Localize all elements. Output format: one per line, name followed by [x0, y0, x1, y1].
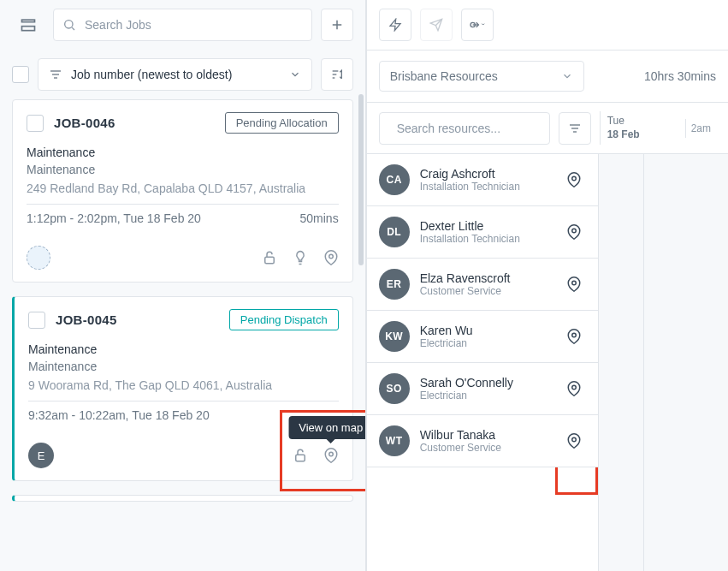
resource-name: Dexter Little: [420, 219, 562, 233]
svg-rect-14: [295, 455, 305, 461]
map-pin-icon: [566, 172, 582, 187]
resource-sort-button[interactable]: [559, 112, 591, 145]
panel-icon: [20, 16, 37, 33]
sort-direction-button[interactable]: [321, 58, 353, 91]
svg-rect-12: [264, 257, 274, 264]
search-resources-input[interactable]: [395, 121, 548, 136]
panel-toggle-button[interactable]: [12, 9, 44, 41]
svg-rect-1: [22, 27, 35, 31]
resource-row[interactable]: ER Elza Ravenscroft Customer Service: [367, 259, 598, 311]
resource-name: Wilbur Tanaka: [420, 428, 562, 442]
svg-point-26: [571, 176, 576, 181]
job-id: JOB-0046: [54, 116, 115, 130]
send-button[interactable]: [420, 9, 453, 41]
resource-row[interactable]: KW Karen Wu Electrician: [367, 311, 598, 363]
map-button[interactable]: [323, 250, 339, 265]
job-status-badge: Pending Allocation: [225, 112, 339, 134]
timeline-date: Tue 18 Feb: [600, 111, 677, 145]
sort-label: Job number (newest to oldest): [71, 68, 232, 81]
locate-resource-button[interactable]: [562, 272, 586, 296]
avatar: ER: [379, 269, 410, 300]
job-category: Maintenance: [27, 146, 339, 159]
lock-button[interactable]: [262, 250, 277, 265]
resource-role: Installation Technician: [420, 233, 562, 245]
quick-action-button[interactable]: [379, 9, 411, 41]
search-icon: [62, 18, 76, 32]
unlock-icon: [262, 250, 277, 265]
locate-resource-button[interactable]: [562, 220, 586, 244]
job-subtype: Maintenance: [28, 360, 339, 373]
timeline-date-text: 18 Feb: [607, 128, 670, 142]
lightbulb-icon: [293, 250, 308, 265]
sort-dropdown[interactable]: Job number (newest to oldest): [38, 58, 312, 91]
resource-role: Customer Service: [420, 285, 562, 297]
svg-line-3: [72, 27, 74, 30]
resource-name: Sarah O'Connelly: [420, 376, 562, 390]
resource-role: Electrician: [420, 390, 562, 401]
resource-row[interactable]: CA Craig Ashcroft Installation Technicia…: [367, 154, 598, 206]
resource-row[interactable]: SO Sarah O'Connelly Electrician: [367, 363, 598, 415]
locate-resource-button[interactable]: [562, 324, 586, 348]
resource-role: Electrician: [420, 337, 562, 349]
chevron-down-icon: [289, 68, 301, 80]
locate-resource-button[interactable]: [562, 168, 586, 192]
select-all-checkbox[interactable]: [12, 66, 29, 83]
map-pin-icon: [566, 433, 582, 449]
svg-point-28: [571, 281, 576, 285]
resource-name: Craig Ashcroft: [420, 167, 562, 181]
sort-desc-icon: [330, 68, 344, 81]
svg-marker-16: [390, 19, 400, 30]
resource-name: Karen Wu: [420, 324, 562, 337]
resource-row[interactable]: DL Dexter Little Installation Technician: [367, 206, 598, 259]
job-card-partial[interactable]: [12, 495, 353, 502]
sort-icon: [49, 68, 62, 81]
sort-icon: [568, 122, 582, 135]
resource-row[interactable]: WT Wilbur Tanaka Customer Service: [367, 415, 598, 467]
avatar: SO: [379, 373, 410, 404]
plus-icon: [329, 17, 345, 33]
job-category: Maintenance: [28, 342, 339, 356]
assigned-avatar[interactable]: E: [28, 443, 54, 468]
map-pin-icon: [323, 448, 339, 463]
job-list: JOB-0046 Pending Allocation Maintenance …: [0, 99, 365, 571]
job-time: 1:12pm - 2:02pm, Tue 18 Feb 20: [27, 211, 201, 225]
scrollbar[interactable]: [358, 94, 364, 265]
unassigned-avatar[interactable]: [27, 246, 50, 270]
suggest-button[interactable]: [293, 250, 308, 265]
job-card[interactable]: JOB-0046 Pending Allocation Maintenance …: [12, 99, 353, 283]
locate-resource-button[interactable]: [562, 377, 586, 401]
map-button[interactable]: View on map: [323, 448, 339, 463]
resources-panel: Brisbane Resources 10hrs 30mins Tue 18 F…: [366, 0, 728, 571]
job-subtype: Maintenance: [27, 163, 339, 176]
add-job-button[interactable]: [321, 9, 353, 41]
search-jobs-input-wrap[interactable]: [53, 9, 312, 41]
avatar: WT: [379, 425, 410, 456]
map-pin-icon: [566, 381, 582, 396]
map-pin-icon: [566, 277, 582, 292]
svg-point-15: [328, 452, 333, 456]
svg-point-30: [571, 385, 576, 390]
locate-resource-button[interactable]: [562, 429, 586, 453]
job-time: 9:32am - 10:22am, Tue 18 Feb 20: [28, 408, 210, 422]
job-select-checkbox[interactable]: [27, 115, 44, 132]
map-tooltip: View on map: [288, 416, 364, 439]
svg-point-13: [328, 254, 333, 259]
job-select-checkbox[interactable]: [28, 312, 45, 329]
export-button[interactable]: [461, 9, 494, 41]
timeline-day: Tue: [607, 115, 670, 128]
resource-name: Elza Ravenscroft: [420, 271, 562, 285]
job-address: 249 Redland Bay Rd, Capalaba QLD 4157, A…: [27, 181, 339, 195]
resource-group-select[interactable]: Brisbane Resources: [379, 61, 584, 92]
timeline-grid[interactable]: [598, 154, 728, 571]
search-resources-wrap[interactable]: [379, 112, 550, 145]
hours-summary: 10hrs 30mins: [644, 69, 716, 83]
svg-point-2: [65, 21, 73, 28]
job-card[interactable]: JOB-0045 Pending Dispatch Maintenance Ma…: [12, 296, 353, 481]
job-duration: 50mins: [300, 211, 339, 225]
svg-point-31: [571, 437, 576, 442]
search-jobs-input[interactable]: [83, 17, 303, 33]
jobs-panel: Job number (newest to oldest) JOB-0046 P…: [0, 0, 366, 571]
map-pin-icon: [566, 224, 582, 240]
lock-button[interactable]: [293, 448, 308, 463]
svg-point-27: [571, 229, 576, 233]
